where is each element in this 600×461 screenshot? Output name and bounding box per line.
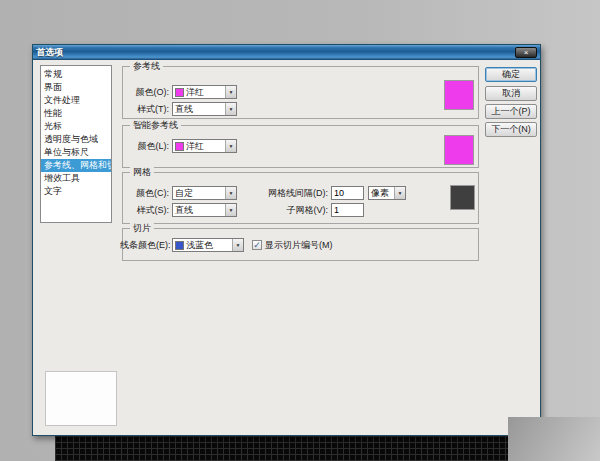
sidebar-item-units-rulers[interactable]: 单位与标尺 <box>41 146 111 159</box>
close-icon[interactable]: × <box>515 47 537 58</box>
background-artifact-box <box>45 371 117 426</box>
next-button[interactable]: 下一个(N) <box>485 122 537 137</box>
grid-color-swatch[interactable] <box>450 185 475 210</box>
dialog-titlebar[interactable]: 首选项 × <box>33 45 540 60</box>
preferences-category-list: 常规 界面 文件处理 性能 光标 透明度与色域 单位与标尺 参考线、网格和切片 … <box>40 65 112 223</box>
slice-line-color-dropdown[interactable]: 浅蓝色 ▼ <box>172 238 244 252</box>
chevron-down-icon: ▼ <box>225 140 236 152</box>
guides-color-dropdown[interactable]: 洋红 ▼ <box>172 85 237 99</box>
preferences-dialog: 首选项 × 常规 界面 文件处理 性能 光标 透明度与色域 单位与标尺 参考线、… <box>32 44 541 436</box>
slices-group-title: 切片 <box>130 223 154 234</box>
sidebar-item-interface[interactable]: 界面 <box>41 81 111 94</box>
sidebar-item-cursors[interactable]: 光标 <box>41 120 111 133</box>
sidebar-item-guides-grid-slices[interactable]: 参考线、网格和切片 <box>41 159 111 172</box>
guides-style-label: 样式(T): <box>122 103 172 116</box>
show-slice-numbers-checkbox[interactable]: ✓ <box>252 240 262 250</box>
slice-line-color-row: 线条颜色(E): 浅蓝色 ▼ ✓ 显示切片编号(M) <box>120 238 333 252</box>
sidebar-item-transparency-gamut[interactable]: 透明度与色域 <box>41 133 111 146</box>
canvas-grid-strip <box>55 436 508 461</box>
chevron-down-icon: ▼ <box>225 187 236 199</box>
subdivision-label: 子网格(V): <box>237 204 331 217</box>
cancel-button[interactable]: 取消 <box>485 86 537 101</box>
chevron-down-icon: ▼ <box>394 187 405 199</box>
gridline-interval-input[interactable] <box>331 186 364 200</box>
ok-button[interactable]: 确定 <box>485 67 537 82</box>
guides-style-value: 直线 <box>175 103 193 116</box>
dialog-body: 常规 界面 文件处理 性能 光标 透明度与色域 单位与标尺 参考线、网格和切片 … <box>33 60 540 435</box>
sidebar-item-performance[interactable]: 性能 <box>41 107 111 120</box>
smart-guides-color-row: 颜色(L): 洋红 ▼ <box>122 139 237 153</box>
sidebar-item-type[interactable]: 文字 <box>41 185 111 198</box>
sidebar-item-general[interactable]: 常规 <box>41 68 111 81</box>
chevron-down-icon: ▼ <box>225 86 236 98</box>
chevron-down-icon: ▼ <box>225 204 236 216</box>
slice-line-color-label: 线条颜色(E): <box>120 239 172 252</box>
guides-style-row: 样式(T): 直线 ▼ <box>122 102 237 116</box>
gridline-interval-label: 网格线间隔(D): <box>237 187 331 200</box>
smart-guides-color-swatch[interactable] <box>444 135 474 165</box>
grid-color-dropdown[interactable]: 自定 ▼ <box>172 186 237 200</box>
smart-guides-color-value: 洋红 <box>186 140 204 153</box>
guides-color-chip <box>175 88 184 97</box>
smart-guides-group-title: 智能参考线 <box>130 120 181 131</box>
gridline-unit-value: 像素 <box>371 187 389 200</box>
grid-color-row: 颜色(C): 自定 ▼ 网格线间隔(D): 像素 ▼ <box>122 186 406 200</box>
dialog-title: 首选项 <box>36 45 63 60</box>
grid-color-label: 颜色(C): <box>122 187 172 200</box>
background-corner-block <box>508 417 600 461</box>
gridline-unit-dropdown[interactable]: 像素 ▼ <box>368 186 406 200</box>
sidebar-item-file-handling[interactable]: 文件处理 <box>41 94 111 107</box>
slice-line-color-chip <box>175 241 184 250</box>
smart-guides-color-chip <box>175 142 184 151</box>
chevron-down-icon: ▼ <box>225 103 236 115</box>
grid-group-title: 网格 <box>130 167 154 178</box>
show-slice-numbers-label: 显示切片编号(M) <box>265 239 333 252</box>
chevron-down-icon: ▼ <box>232 239 243 251</box>
grid-color-value: 自定 <box>175 187 193 200</box>
guides-color-value: 洋红 <box>186 86 204 99</box>
guides-style-dropdown[interactable]: 直线 ▼ <box>172 102 237 116</box>
sidebar-item-plugins[interactable]: 增效工具 <box>41 172 111 185</box>
guides-color-swatch[interactable] <box>444 80 474 110</box>
subdivision-input[interactable] <box>331 203 364 217</box>
prev-button[interactable]: 上一个(P) <box>485 104 537 119</box>
guides-color-row: 颜色(O): 洋红 ▼ <box>122 85 237 99</box>
grid-style-label: 样式(S): <box>122 204 172 217</box>
grid-style-value: 直线 <box>175 204 193 217</box>
smart-guides-color-dropdown[interactable]: 洋红 ▼ <box>172 139 237 153</box>
guides-color-label: 颜色(O): <box>122 86 172 99</box>
guides-group-title: 参考线 <box>130 61 163 72</box>
grid-style-dropdown[interactable]: 直线 ▼ <box>172 203 237 217</box>
slice-line-color-value: 浅蓝色 <box>186 239 213 252</box>
smart-guides-color-label: 颜色(L): <box>122 140 172 153</box>
grid-style-row: 样式(S): 直线 ▼ 子网格(V): <box>122 203 364 217</box>
